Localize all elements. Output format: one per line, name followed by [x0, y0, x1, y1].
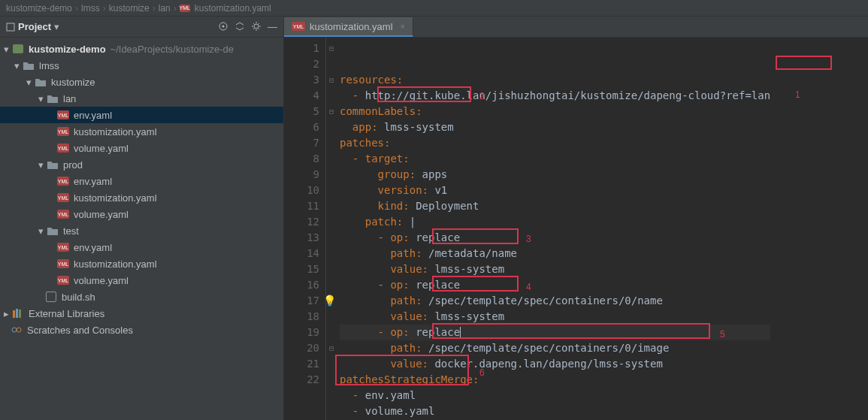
expand-all-icon[interactable] [234, 21, 245, 32]
yaml-file-icon: YML [57, 258, 69, 270]
annotation-label-2: 2 [479, 89, 485, 104]
tree-label: prod [63, 159, 83, 171]
tree-path: ~/IdeaProjects/kustomize-de [110, 44, 234, 55]
tree-row-file[interactable]: YML kustomization.yaml [0, 255, 283, 272]
chevron-right-icon: › [174, 3, 177, 14]
tree-label: Scratches and Consoles [27, 325, 133, 336]
tree-row-file[interactable]: YML env.yaml [0, 173, 283, 189]
annotation-label-6: 6 [479, 365, 485, 381]
svg-rect-0 [7, 23, 14, 31]
tree-row-folder[interactable]: ▾ kustomize [0, 74, 283, 90]
tree-row-external-libraries[interactable]: ▸ External Libraries [0, 305, 283, 322]
tree-row-file[interactable]: YML volume.yaml [0, 140, 283, 156]
chevron-right-icon[interactable]: ▸ [2, 309, 11, 318]
svg-rect-5 [13, 310, 15, 318]
breadcrumb-item[interactable]: lan [159, 3, 171, 14]
tree-row-file[interactable]: YML env.yaml [0, 239, 283, 255]
tree-label: volume.yaml [74, 209, 129, 220]
tab-label: kustomization.yaml [310, 21, 393, 32]
chevron-down-icon[interactable]: ▾ [36, 94, 45, 103]
project-sidebar: Project ▾ — ▾ kustomize-demo ~/IdeaProje… [0, 17, 284, 420]
editor-tabs: YML kustomization.yaml × [284, 17, 868, 38]
libraries-icon [12, 307, 24, 319]
annotation-label-5: 5 [720, 327, 725, 343]
svg-point-2 [222, 26, 225, 28]
tree-row-file[interactable]: YML env.yaml [0, 107, 283, 123]
code-content[interactable]: 💡 resources: - http://git.kube.lan/jishu… [337, 38, 770, 420]
gear-icon[interactable] [251, 21, 262, 32]
tree-row-folder[interactable]: ▾ lmss [0, 57, 283, 74]
chevron-down-icon[interactable]: ▾ [12, 61, 21, 70]
svg-point-8 [12, 328, 17, 332]
chevron-down-icon[interactable]: ▾ [2, 44, 11, 53]
intention-bulb-icon[interactable]: 💡 [323, 293, 336, 309]
tree-label: build.sh [62, 292, 95, 303]
tree-row-folder[interactable]: ▾ prod [0, 156, 283, 173]
tree-label: test [63, 225, 79, 237]
tree-row-folder[interactable]: ▾ lan [0, 90, 283, 107]
yaml-file-icon: YML [292, 22, 305, 31]
project-view-icon [6, 23, 15, 32]
yaml-file-icon: YML [57, 109, 69, 121]
yaml-file-icon: YML [57, 175, 69, 187]
yaml-file-icon: YML [57, 274, 69, 286]
breadcrumb-item[interactable]: lmss [81, 3, 100, 14]
yaml-file-icon: YML [57, 125, 69, 137]
tree-row-scratches[interactable]: Scratches and Consoles [0, 322, 283, 338]
chevron-right-icon: › [75, 3, 78, 14]
svg-point-3 [254, 24, 259, 29]
folder-icon [47, 92, 59, 104]
yaml-file-icon: YML [57, 241, 69, 253]
breadcrumb-item[interactable]: kustomize [109, 3, 150, 14]
svg-point-9 [17, 328, 21, 332]
chevron-right-icon: › [103, 3, 106, 14]
tree-row-file[interactable]: YML volume.yaml [0, 206, 283, 222]
yaml-file-icon: YML [180, 5, 190, 12]
tree-label: kustomization.yaml [74, 126, 157, 137]
tree-label: External Libraries [29, 308, 104, 319]
chevron-down-icon[interactable]: ▾ [36, 160, 45, 169]
tree-label: volume.yaml [74, 143, 129, 154]
tree-row-file[interactable]: YML kustomization.yaml [0, 189, 283, 206]
tree-row-project[interactable]: ▾ kustomize-demo ~/IdeaProjects/kustomiz… [0, 41, 283, 57]
breadcrumb-item[interactable]: kustomization.yaml [195, 3, 271, 14]
annotation-label-1: 1 [795, 87, 800, 103]
tree-label: kustomize-demo [29, 44, 106, 55]
project-tree[interactable]: ▾ kustomize-demo ~/IdeaProjects/kustomiz… [0, 38, 283, 420]
tree-row-folder[interactable]: ▾ test [0, 222, 283, 239]
tree-label: lmss [39, 60, 59, 71]
close-icon[interactable]: × [401, 22, 405, 31]
svg-rect-4 [13, 44, 23, 53]
tree-label: kustomization.yaml [74, 192, 157, 204]
breadcrumb: kustomize-demo › lmss › kustomize › lan … [0, 0, 868, 17]
tree-label: env.yaml [74, 176, 112, 187]
tab-kustomization[interactable]: YML kustomization.yaml × [284, 17, 413, 37]
fold-gutter: ⊟⊟⊟ ⊟ [326, 38, 337, 420]
editor: YML kustomization.yaml × 12345 678910 11… [284, 17, 868, 420]
line-gutter: 12345 678910 1112131415 1617181920 2122 [284, 38, 326, 420]
tree-row-file[interactable]: build.sh [0, 289, 283, 305]
annotation-label-3: 3 [526, 231, 531, 247]
tree-label: env.yaml [74, 242, 112, 253]
sidebar-header: Project ▾ — [0, 17, 283, 38]
chevron-right-icon: › [153, 3, 156, 14]
folder-icon [23, 59, 35, 71]
breadcrumb-item[interactable]: kustomize-demo [6, 3, 72, 14]
project-icon [12, 43, 24, 55]
annotation-box-1 [776, 56, 832, 70]
chevron-down-icon[interactable]: ▾ [36, 226, 45, 235]
folder-icon [47, 225, 59, 237]
svg-rect-6 [16, 309, 18, 318]
tree-row-file[interactable]: YML volume.yaml [0, 272, 283, 289]
locate-icon[interactable] [218, 21, 228, 32]
sidebar-title: Project [18, 21, 51, 32]
tree-label: kustomize [51, 77, 95, 88]
chevron-down-icon[interactable]: ▾ [24, 77, 33, 86]
code-editor[interactable]: 12345 678910 1112131415 1617181920 2122 … [284, 38, 868, 420]
folder-icon [35, 76, 47, 88]
tree-label: kustomization.yaml [74, 258, 157, 270]
hide-button[interactable]: — [268, 21, 277, 32]
yaml-file-icon: YML [57, 142, 69, 154]
tree-row-file[interactable]: YML kustomization.yaml [0, 123, 283, 140]
dropdown-arrow-icon[interactable]: ▾ [54, 21, 59, 32]
